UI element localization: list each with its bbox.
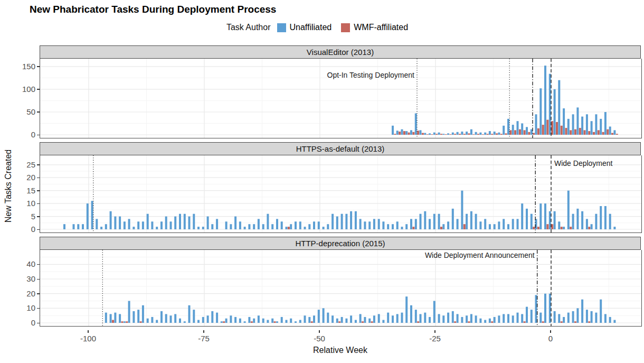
- wmf-affiliated-color-swatch: [341, 23, 350, 32]
- y-tick-mark: [37, 323, 40, 324]
- y-tick-mark: [37, 264, 40, 265]
- y-tick-label: 20: [11, 173, 35, 182]
- facet-container: VisualEditor (2013)Opt-In Testing Deploy…: [0, 45, 644, 327]
- facet-strip-title: VisualEditor (2013): [40, 45, 641, 59]
- y-tick-mark: [37, 89, 40, 90]
- x-tick-mark: [550, 330, 551, 333]
- legend-label-unaffiliated: Unaffiliated: [290, 23, 332, 32]
- facet-panel: Wide Deployment Announcement: [40, 250, 642, 327]
- y-tick-label: 0: [11, 130, 35, 139]
- facet-2: HTTPS-as-default (2013)Wide Deployment05…: [40, 142, 641, 233]
- y-tick-mark: [37, 308, 40, 309]
- y-tick-label: 5: [11, 212, 35, 221]
- legend-item-unaffiliated: Unaffiliated: [277, 23, 332, 32]
- x-tick-label: -50: [304, 334, 335, 343]
- unaffiliated-color-swatch: [277, 23, 286, 32]
- y-tick-label: 30: [11, 274, 35, 284]
- y-tick-label: 10: [11, 199, 35, 208]
- y-tick-mark: [37, 229, 40, 230]
- deployment-annotation: Opt-In Testing Deployment: [327, 71, 415, 79]
- chart-page: New Phabricator Tasks During Deployment …: [0, 0, 644, 363]
- y-tick-mark: [37, 66, 40, 67]
- y-tick-label: 150: [11, 62, 35, 71]
- legend: Task Author Unaffiliated WMF-affiliated: [0, 21, 644, 34]
- legend-item-wmf-affiliated: WMF-affiliated: [341, 23, 408, 32]
- y-tick-mark: [37, 216, 40, 217]
- facet-panel: Wide Deployment: [40, 155, 642, 233]
- y-tick-mark: [37, 164, 40, 165]
- y-tick-label: 0: [11, 318, 35, 328]
- deployment-annotation: Wide Deployment Announcement: [425, 251, 535, 259]
- plot-title: New Phabricator Tasks During Deployment …: [30, 3, 644, 16]
- y-tick-mark: [37, 135, 40, 136]
- legend-label-wmf-affiliated: WMF-affiliated: [354, 23, 408, 32]
- x-tick-mark: [203, 330, 204, 333]
- x-tick-label: 0: [535, 334, 566, 343]
- y-tick-mark: [37, 190, 40, 191]
- x-tick-mark: [319, 330, 320, 333]
- y-tick-mark: [37, 203, 40, 204]
- facet-3: HTTP-deprecation (2015)Wide Deployment A…: [40, 237, 641, 327]
- x-tick-mark: [88, 330, 89, 333]
- y-tick-mark: [37, 293, 40, 294]
- x-tick-mark: [434, 330, 435, 333]
- x-tick-label: -75: [188, 334, 220, 343]
- y-tick-label: 40: [11, 259, 35, 269]
- y-tick-label: 100: [11, 85, 35, 94]
- y-tick-mark: [37, 111, 40, 113]
- y-tick-label: 0: [11, 225, 35, 234]
- facet-panel: Opt-In Testing Deployment: [40, 59, 642, 138]
- legend-title: Task Author: [226, 23, 271, 32]
- x-tick-label: -25: [419, 334, 451, 343]
- facet-1: VisualEditor (2013)Opt-In Testing Deploy…: [40, 45, 641, 138]
- y-tick-mark: [37, 279, 40, 280]
- y-tick-label: 10: [11, 303, 35, 313]
- y-tick-label: 15: [11, 186, 35, 196]
- y-tick-label: 20: [11, 289, 35, 299]
- x-tick-label: -100: [72, 334, 104, 343]
- x-axis-title: Relative Week: [40, 346, 641, 355]
- facet-strip-title: HTTP-deprecation (2015): [40, 237, 641, 250]
- deployment-annotation: Wide Deployment: [554, 159, 613, 167]
- y-tick-label: 50: [11, 107, 35, 117]
- x-axis: -100-75-50-250: [40, 330, 641, 344]
- y-tick-mark: [37, 178, 40, 179]
- y-tick-label: 25: [11, 160, 35, 170]
- facet-strip-title: HTTPS-as-default (2013): [40, 142, 641, 155]
